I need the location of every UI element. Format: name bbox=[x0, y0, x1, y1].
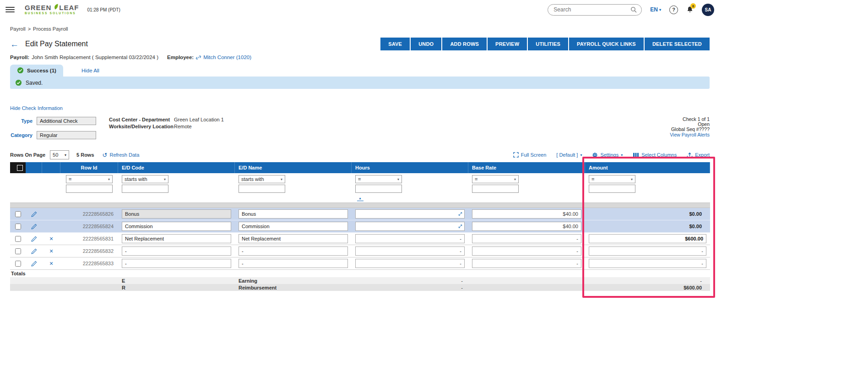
amount-input[interactable] bbox=[589, 246, 706, 256]
breadcrumb: Payroll > Process Payroll bbox=[10, 26, 720, 32]
preview-button[interactable]: PREVIEW bbox=[488, 38, 527, 50]
row-select-checkbox[interactable] bbox=[15, 261, 21, 267]
ed-name-input[interactable] bbox=[239, 234, 348, 243]
hours-input[interactable] bbox=[355, 246, 465, 256]
search-input[interactable] bbox=[553, 6, 630, 13]
amount-filter-operator[interactable]: =▾ bbox=[589, 175, 635, 183]
link-icon bbox=[196, 55, 201, 60]
rows-on-page-select[interactable]: 50 ▾ bbox=[50, 150, 69, 159]
edit-pencil-icon[interactable] bbox=[31, 224, 37, 230]
saved-alert-bar: Saved. bbox=[10, 77, 710, 89]
hamburger-menu-icon[interactable] bbox=[5, 7, 15, 12]
row-select-checkbox[interactable] bbox=[15, 224, 21, 230]
hours-filter-operator[interactable]: =▾ bbox=[355, 175, 402, 183]
base-rate-filter-input[interactable] bbox=[472, 185, 519, 193]
base-rate-input[interactable] bbox=[472, 222, 581, 231]
settings-button[interactable]: Settings ▾ bbox=[592, 152, 623, 158]
expand-icon[interactable] bbox=[458, 224, 462, 229]
help-icon[interactable]: ? bbox=[669, 5, 678, 14]
row-select-checkbox[interactable] bbox=[15, 248, 21, 254]
delete-selected-button[interactable]: DELETE SELECTED bbox=[645, 38, 710, 50]
select-columns-button[interactable]: Select Columns bbox=[633, 152, 677, 158]
hide-check-information-link[interactable]: Hide Check Information bbox=[10, 105, 63, 111]
edit-pencil-icon[interactable] bbox=[31, 236, 37, 242]
expand-icon[interactable] bbox=[458, 212, 462, 216]
utilities-button[interactable]: UTILITIES bbox=[528, 38, 568, 50]
ed-name-input[interactable] bbox=[239, 209, 348, 219]
check-category-input[interactable] bbox=[37, 131, 96, 139]
edit-pencil-icon[interactable] bbox=[31, 211, 37, 217]
check-type-input[interactable] bbox=[37, 117, 96, 125]
back-arrow-icon[interactable]: ← bbox=[10, 40, 19, 49]
export-button[interactable]: Export bbox=[687, 152, 710, 158]
notification-bell-icon[interactable]: 0 bbox=[686, 6, 694, 13]
ed-code-filter-operator[interactable]: starts with▾ bbox=[122, 175, 168, 183]
column-header-hours[interactable]: Hours bbox=[352, 162, 468, 173]
edit-pencil-icon[interactable] bbox=[31, 261, 37, 267]
avatar[interactable]: SA bbox=[702, 4, 714, 16]
collapse-filters-button[interactable]: ▴ bbox=[357, 197, 363, 201]
chevron-down-icon: ▾ bbox=[659, 8, 661, 12]
base-rate-input[interactable] bbox=[472, 234, 581, 243]
check-information-panel: Type Category Cost Center - Department G… bbox=[10, 117, 710, 139]
search-icon[interactable] bbox=[630, 6, 637, 13]
hours-input[interactable] bbox=[355, 234, 465, 243]
ed-code-input[interactable] bbox=[122, 259, 231, 268]
row-id-filter-operator[interactable]: =▾ bbox=[66, 175, 113, 183]
totals-earning-name: Earning bbox=[235, 278, 352, 284]
column-header-amount[interactable]: Amount bbox=[585, 162, 710, 173]
view-selector[interactable]: [ Default ] ▾ bbox=[556, 152, 582, 158]
grid-toolbar: Rows On Page 50 ▾ 5 Rows ↺ Refresh Data … bbox=[10, 150, 710, 159]
notification-badge: 0 bbox=[690, 3, 696, 9]
base-rate-filter-operator[interactable]: =▾ bbox=[472, 175, 519, 183]
ed-name-input[interactable] bbox=[239, 246, 348, 256]
ed-name-input[interactable] bbox=[239, 222, 348, 231]
refresh-data-link[interactable]: ↺ Refresh Data bbox=[103, 152, 140, 159]
ed-code-input[interactable] bbox=[122, 234, 231, 243]
amount-input[interactable] bbox=[589, 259, 706, 268]
column-header-ed-code[interactable]: E/D Code bbox=[118, 162, 235, 173]
breadcrumb-payroll[interactable]: Payroll bbox=[10, 26, 26, 32]
hours-filter-input[interactable] bbox=[355, 185, 402, 193]
ed-name-filter-operator[interactable]: starts with▾ bbox=[239, 175, 285, 183]
delete-x-icon[interactable]: × bbox=[49, 235, 53, 242]
hide-all-link[interactable]: Hide All bbox=[81, 68, 99, 73]
language-selector[interactable]: EN ▾ bbox=[650, 6, 661, 13]
hours-input[interactable] bbox=[355, 222, 465, 231]
column-header-base-rate[interactable]: Base Rate bbox=[468, 162, 585, 173]
ed-code-input[interactable] bbox=[122, 246, 231, 256]
amount-filter-input[interactable] bbox=[589, 185, 635, 193]
full-screen-button[interactable]: Full Screen bbox=[513, 152, 547, 158]
base-rate-input[interactable] bbox=[472, 246, 581, 256]
employee-link[interactable]: Mitch Conner (1020) bbox=[203, 55, 251, 60]
undo-button[interactable]: UNDO bbox=[411, 38, 441, 50]
column-header-row-id[interactable]: Row Id bbox=[60, 162, 118, 173]
view-payroll-alerts-link[interactable]: View Payroll Alerts bbox=[670, 132, 710, 137]
save-button[interactable]: SAVE bbox=[380, 38, 410, 50]
edit-pencil-icon[interactable] bbox=[31, 248, 37, 254]
delete-x-icon[interactable]: × bbox=[49, 260, 53, 267]
row-select-checkbox[interactable] bbox=[15, 236, 21, 242]
chevron-down-icon: ▾ bbox=[397, 177, 399, 181]
delete-x-icon[interactable]: × bbox=[49, 248, 53, 254]
select-all-checkbox[interactable] bbox=[17, 165, 23, 171]
tab-success[interactable]: Success (1) bbox=[10, 65, 63, 77]
ed-name-filter-input[interactable] bbox=[239, 185, 285, 193]
totals-reimb-amount: $600.00 bbox=[585, 285, 710, 290]
delete-column-header bbox=[42, 162, 60, 173]
breadcrumb-process-payroll[interactable]: Process Payroll bbox=[33, 26, 68, 32]
ed-code-input[interactable] bbox=[122, 209, 231, 219]
ed-code-input[interactable] bbox=[122, 222, 231, 231]
payroll-quick-links-button[interactable]: PAYROLL QUICK LINKS bbox=[569, 38, 644, 50]
row-select-checkbox[interactable] bbox=[15, 211, 21, 217]
ed-code-filter-input[interactable] bbox=[122, 185, 168, 193]
column-header-ed-name[interactable]: E/D Name bbox=[235, 162, 352, 173]
base-rate-input[interactable] bbox=[472, 259, 581, 268]
add-rows-button[interactable]: ADD ROWS bbox=[442, 38, 487, 50]
base-rate-input[interactable] bbox=[472, 209, 581, 219]
amount-input[interactable] bbox=[589, 234, 706, 243]
row-id-filter-input[interactable] bbox=[66, 185, 113, 193]
ed-name-input[interactable] bbox=[239, 259, 348, 268]
hours-input[interactable] bbox=[355, 209, 465, 219]
hours-input[interactable] bbox=[355, 259, 465, 268]
